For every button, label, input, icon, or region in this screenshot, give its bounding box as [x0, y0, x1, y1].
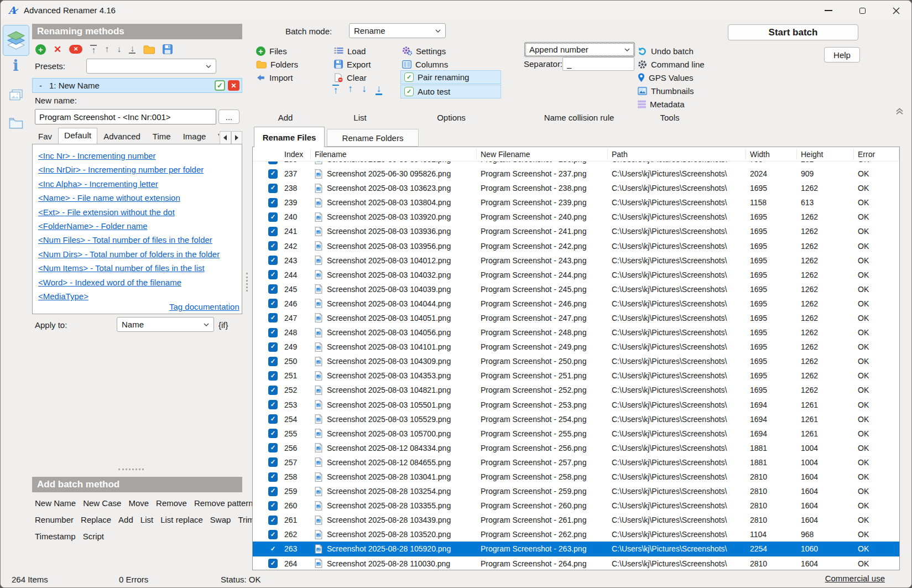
row-checkbox[interactable]: ✓ [268, 487, 278, 496]
batch-method-link[interactable]: List [140, 515, 153, 524]
table-row[interactable]: ✓246Screenshot 2025-08-03 104044.pngProg… [253, 296, 899, 311]
table-row[interactable]: ✓260Screenshot 2025-08-28 103355.pngProg… [253, 498, 899, 513]
column-header-select[interactable] [253, 149, 280, 160]
tag-link[interactable]: <Num Dirs> - Total number of folders in … [38, 247, 242, 261]
batch-method-link[interactable]: New Case [83, 498, 121, 508]
row-checkbox[interactable]: ✓ [268, 299, 278, 308]
batch-method-link[interactable]: New Name [35, 498, 76, 508]
tag-link[interactable]: <MediaType> [38, 289, 242, 303]
tab-time[interactable]: Time [147, 129, 177, 144]
horizontal-splitter[interactable] [118, 469, 144, 470]
row-checkbox[interactable]: ✓ [268, 457, 278, 467]
row-checkbox[interactable]: ✓ [268, 241, 278, 251]
row-checkbox[interactable]: ✓ [268, 371, 278, 381]
remove-method-button[interactable]: ✕ [54, 45, 61, 54]
method-collapse-indicator[interactable]: - [39, 81, 42, 90]
table-row[interactable]: ✓247Screenshot 2025-08-03 104051.pngProg… [253, 311, 899, 325]
row-checkbox[interactable]: ✓ [268, 530, 278, 539]
tag-link[interactable]: <Inc Alpha> - Incrementing letter [38, 177, 242, 191]
batch-method-link[interactable]: Script [83, 532, 104, 541]
add-method-button[interactable]: + [35, 44, 46, 55]
tag-link[interactable]: <Num Files> - Total number of files in t… [38, 233, 242, 247]
row-checkbox[interactable]: ✓ [268, 328, 278, 337]
batch-method-link[interactable]: Timestamp [35, 532, 76, 541]
table-row[interactable]: ✓245Screenshot 2025-08-03 104039.pngProg… [253, 282, 899, 296]
row-checkbox[interactable]: ✓ [268, 414, 278, 424]
table-row[interactable]: ✓241Screenshot 2025-08-03 103936.pngProg… [253, 224, 899, 238]
table-row[interactable]: ✓264Screenshot 2025-08-28 110030.pngProg… [253, 556, 899, 570]
tab-default[interactable]: Default [58, 128, 97, 145]
auto-test-toggle[interactable]: ✓ Auto test [400, 85, 501, 98]
move-file-bottom-button[interactable]: ↓ [376, 85, 382, 95]
remove-all-methods-button[interactable]: ✕ [69, 45, 82, 54]
tab-rename-files[interactable]: Rename Files [254, 127, 325, 147]
if-tag-label[interactable]: {if} [218, 320, 228, 330]
row-checkbox[interactable]: ✓ [268, 212, 278, 222]
metadata-button[interactable]: Metadata [638, 98, 685, 110]
row-checkbox[interactable]: ✓ [268, 516, 278, 525]
move-method-up-button[interactable]: ↑ [105, 45, 109, 53]
pair-renaming-toggle[interactable]: ✓ Pair renaming [400, 70, 501, 84]
tab-advanced[interactable]: Advanced [97, 129, 147, 144]
tag-link[interactable]: <Num Items> - Total number of files in t… [38, 261, 242, 275]
column-header[interactable]: Width [746, 149, 797, 160]
method-delete-button[interactable]: ✕ [228, 80, 239, 91]
table-row[interactable]: ✓255Screenshot 2025-08-03 105700.pngProg… [253, 426, 899, 441]
batch-method-link[interactable]: Remove [156, 498, 187, 508]
tab-video-cut[interactable]: V [212, 129, 220, 144]
move-method-down-button[interactable]: ↓ [117, 45, 121, 53]
column-header[interactable]: New Filename [477, 149, 608, 160]
move-method-top-button[interactable]: ↑ [90, 45, 97, 54]
browse-tags-button[interactable]: ... [218, 110, 239, 124]
table-row[interactable]: ✓244Screenshot 2025-08-03 104032.pngProg… [253, 268, 899, 282]
table-row[interactable]: ✓240Screenshot 2025-08-03 103920.pngProg… [253, 210, 899, 224]
row-checkbox[interactable]: ✓ [268, 501, 278, 511]
gps-values-button[interactable]: GPS Values [638, 71, 694, 84]
minimize-button[interactable] [816, 1, 841, 20]
maximize-button[interactable] [850, 1, 875, 20]
row-checkbox[interactable]: ✓ [268, 357, 278, 366]
move-method-bottom-button[interactable]: ↓ [129, 45, 136, 54]
row-checkbox[interactable]: ✓ [268, 270, 278, 279]
columns-button[interactable]: Columns [402, 58, 448, 70]
commercial-use-link[interactable]: Commercial use [825, 574, 885, 583]
tag-link[interactable]: <Name> - File name without extension [38, 191, 242, 205]
row-checkbox[interactable]: ✓ [268, 227, 278, 236]
apply-to-dropdown[interactable]: Name [117, 317, 214, 332]
tab-scroll-left-button[interactable] [220, 131, 231, 144]
close-button[interactable] [883, 1, 909, 20]
row-checkbox[interactable]: ✓ [268, 429, 278, 438]
batch-method-link[interactable]: List replace [160, 515, 203, 524]
table-row[interactable]: ✓237Screenshot 2025-06-30 095826.pngProg… [253, 166, 899, 181]
batch-method-link[interactable]: Add [118, 515, 133, 524]
move-file-up-button[interactable]: ↑ [348, 85, 353, 95]
open-preset-folder-icon[interactable] [143, 45, 155, 54]
table-row[interactable]: ✓250Screenshot 2025-08-03 104309.pngProg… [253, 354, 899, 368]
tab-fav[interactable]: Fav [32, 129, 58, 144]
name-collision-rule-dropdown[interactable]: Append number [524, 42, 635, 57]
column-header[interactable]: Error [854, 149, 899, 160]
tag-link[interactable]: <Inc Nr> - Incrementing number [38, 149, 242, 163]
save-preset-icon[interactable] [163, 44, 173, 54]
tag-link[interactable]: <Word> - Indexed word of the filename [38, 275, 242, 289]
table-row[interactable]: ✓238Screenshot 2025-08-03 103623.pngProg… [253, 181, 899, 195]
row-checkbox[interactable]: ✓ [268, 313, 278, 322]
table-row[interactable]: ✓258Screenshot 2025-08-28 103041.pngProg… [253, 470, 899, 484]
method-enabled-checkbox[interactable]: ✓ [215, 80, 225, 91]
import-button[interactable]: Import [256, 71, 293, 84]
row-checkbox[interactable]: ✓ [268, 184, 278, 193]
table-row[interactable]: ✓259Screenshot 2025-08-28 103254.pngProg… [253, 484, 899, 498]
tab-image[interactable]: Image [177, 129, 212, 144]
rail-images-button[interactable] [1, 89, 31, 102]
move-file-top-button[interactable]: ↑ [332, 85, 339, 95]
presets-dropdown[interactable] [86, 59, 216, 74]
separator-input[interactable] [562, 57, 634, 71]
row-checkbox[interactable]: ✓ [268, 443, 278, 452]
row-checkbox[interactable]: ✓ [268, 400, 278, 409]
row-checkbox[interactable]: ✓ [268, 342, 278, 352]
table-row[interactable]: ✓257Screenshot 2025-08-12 084655.pngProg… [253, 455, 899, 470]
table-row[interactable]: ✓249Screenshot 2025-08-03 104101.pngProg… [253, 340, 899, 354]
row-checkbox[interactable]: ✓ [268, 472, 278, 482]
column-header[interactable]: Path [608, 149, 746, 160]
table-row[interactable]: ✓261Screenshot 2025-08-28 103439.pngProg… [253, 513, 899, 527]
